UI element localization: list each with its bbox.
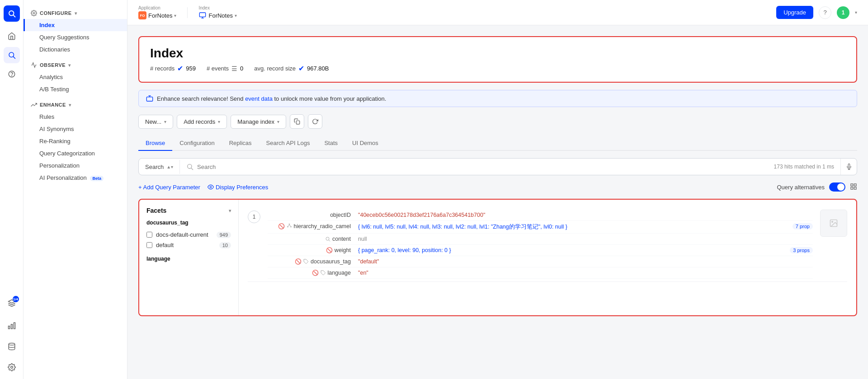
query-param-left: + Add Query Parameter Display Preference… — [138, 184, 268, 191]
eye-slash-icon-3: 🚫 — [295, 258, 302, 265]
icon-rail: 1/4 — [0, 0, 24, 379]
application-selector[interactable]: FO ForNotes ▾ — [138, 11, 176, 19]
svg-line-19 — [191, 168, 193, 170]
tab-configuration[interactable]: Configuration — [172, 136, 222, 151]
copy-button[interactable] — [290, 114, 304, 129]
rail-chart-icon[interactable] — [4, 318, 20, 334]
sidebar-item-query-categorization[interactable]: Query Categorization — [24, 147, 127, 159]
sidebar-item-ai-synonyms[interactable]: AI Synonyms — [24, 123, 127, 135]
facets-group-language: language — [146, 256, 231, 262]
query-param-bar: + Add Query Parameter Display Preference… — [138, 182, 857, 192]
rail-question-icon[interactable] — [4, 66, 20, 82]
manage-index-button[interactable]: Manage index ▾ — [231, 115, 286, 129]
facets-item-label-default: default — [156, 242, 174, 248]
main-content: Application FO ForNotes ▾ Index ForNotes… — [127, 0, 868, 379]
display-preferences-button[interactable]: Display Preferences — [208, 184, 268, 191]
index-card: Index # records ✔ 959 # events ☰ 0 avg. … — [138, 36, 857, 83]
facets-checkbox-docs-default[interactable] — [146, 232, 152, 238]
sidebar: CONFIGURE ▾ Index Query Suggestions Dict… — [24, 0, 127, 379]
tab-replicas[interactable]: Replicas — [222, 136, 259, 151]
enhance-section-header[interactable]: ENHANCE ▾ — [24, 99, 127, 111]
facets-chevron[interactable]: ▾ — [229, 208, 231, 213]
record-number: 1 — [248, 211, 260, 223]
sidebar-item-ai-personalization[interactable]: AI Personalization Beta — [24, 172, 127, 184]
user-avatar[interactable]: 1 — [837, 6, 849, 19]
query-alternatives-section: Query alternatives — [777, 182, 858, 192]
field-value-objectid: "40eceb0c56e002178d3ef2176a6a7c364541b70… — [358, 212, 813, 218]
facets-item-default[interactable]: default 10 — [146, 240, 231, 250]
rail-home-icon[interactable] — [4, 28, 20, 44]
grid-view-button[interactable] — [850, 183, 857, 192]
svg-line-28 — [288, 225, 289, 226]
avg-size-label: avg. record size — [254, 65, 296, 72]
sidebar-item-analytics[interactable]: Analytics — [24, 71, 127, 83]
facets-count-docs-default: 949 — [217, 232, 231, 238]
sidebar-item-query-suggestions[interactable]: Query Suggestions — [24, 31, 127, 43]
rail-settings-icon[interactable] — [4, 359, 20, 375]
rail-db-icon[interactable] — [4, 338, 20, 355]
field-row-language: 🚫 language "en" — [268, 267, 813, 279]
events-value: 0 — [240, 65, 243, 72]
field-value-docusaurus-tag: "default" — [358, 258, 813, 265]
field-row-weight: 🚫 weight { page_rank: 0, level: 90, posi… — [268, 245, 813, 256]
svg-point-22 — [210, 186, 212, 188]
sidebar-item-ab-testing[interactable]: A/B Testing — [24, 83, 127, 95]
sidebar-item-index[interactable]: Index — [24, 19, 127, 31]
field-name-weight: 🚫 weight — [268, 247, 358, 253]
sidebar-item-re-ranking[interactable]: Re-Ranking — [24, 135, 127, 147]
facets-item-docs-default[interactable]: docs-default-current 949 — [146, 229, 231, 240]
refresh-button[interactable] — [308, 114, 322, 129]
svg-rect-17 — [296, 121, 300, 124]
info-banner: Enhance search relevance! Send event dat… — [138, 90, 857, 107]
user-chevron[interactable]: ▾ — [855, 10, 857, 15]
svg-point-10 — [10, 366, 13, 369]
search-input[interactable] — [197, 164, 770, 170]
add-records-button[interactable]: Add records ▾ — [177, 115, 227, 129]
query-alternatives-toggle[interactable] — [829, 182, 845, 192]
configure-section-header[interactable]: CONFIGURE ▾ — [24, 7, 127, 19]
tab-browse[interactable]: Browse — [138, 136, 172, 151]
svg-point-11 — [33, 12, 35, 14]
svg-rect-24 — [854, 184, 856, 186]
svg-rect-12 — [200, 13, 206, 17]
field-name-language: 🚫 language — [268, 270, 358, 276]
content-area: Index # records ✔ 959 # events ☰ 0 avg. … — [127, 25, 868, 327]
display-prefs-icon — [208, 184, 214, 190]
sidebar-item-rules[interactable]: Rules — [24, 111, 127, 123]
rail-search-icon[interactable] — [4, 47, 20, 63]
svg-rect-25 — [851, 187, 853, 189]
tab-ui-demos[interactable]: UI Demos — [345, 136, 386, 151]
stat-events: # events ☰ 0 — [207, 65, 243, 72]
field-row-hierarchy: 🚫 hierarchy_radio_camel { lvl6: null, lv… — [268, 221, 813, 234]
topbar: Application FO ForNotes ▾ Index ForNotes… — [127, 0, 868, 25]
banner-link[interactable]: event data — [245, 95, 273, 102]
records-label: # records — [150, 65, 175, 72]
events-label: # events — [207, 65, 229, 72]
search-hits-count: 173 hits matched in 1 ms — [774, 164, 834, 170]
search-magnifier-icon — [186, 163, 193, 170]
observe-section-header[interactable]: OBSERVE ▾ — [24, 59, 127, 71]
search-selector[interactable]: Search ▲▾ — [139, 160, 180, 174]
sidebar-item-dictionaries[interactable]: Dictionaries — [24, 43, 127, 56]
facets-checkbox-default[interactable] — [146, 242, 152, 248]
add-query-param-button[interactable]: + Add Query Parameter — [138, 184, 200, 191]
search-icon-field — [325, 236, 330, 242]
facets-item-label-docs-default: docs-default-current — [156, 231, 208, 238]
tab-search-api-logs[interactable]: Search API Logs — [259, 136, 317, 151]
new-button[interactable]: New... ▾ — [138, 115, 173, 129]
svg-rect-15 — [146, 97, 152, 101]
application-label: Application — [138, 5, 176, 10]
eye-slash-icon-1: 🚫 — [278, 223, 285, 229]
rail-plugin-icon[interactable]: 1/4 — [4, 295, 20, 311]
svg-rect-8 — [8, 326, 9, 329]
help-button[interactable]: ? — [819, 6, 831, 19]
tab-stats[interactable]: Stats — [317, 136, 345, 151]
index-selector[interactable]: ForNotes ▾ — [198, 11, 236, 19]
sidebar-item-personalization[interactable]: Personalization — [24, 159, 127, 172]
application-selector-section: Application FO ForNotes ▾ — [138, 5, 176, 19]
index-icon — [198, 11, 207, 19]
mic-button[interactable] — [840, 159, 857, 175]
configure-chevron: ▾ — [75, 11, 77, 16]
upgrade-button[interactable]: Upgrade — [776, 6, 813, 19]
facets-group-docusaurus-tag: docusaurus_tag — [146, 220, 231, 226]
